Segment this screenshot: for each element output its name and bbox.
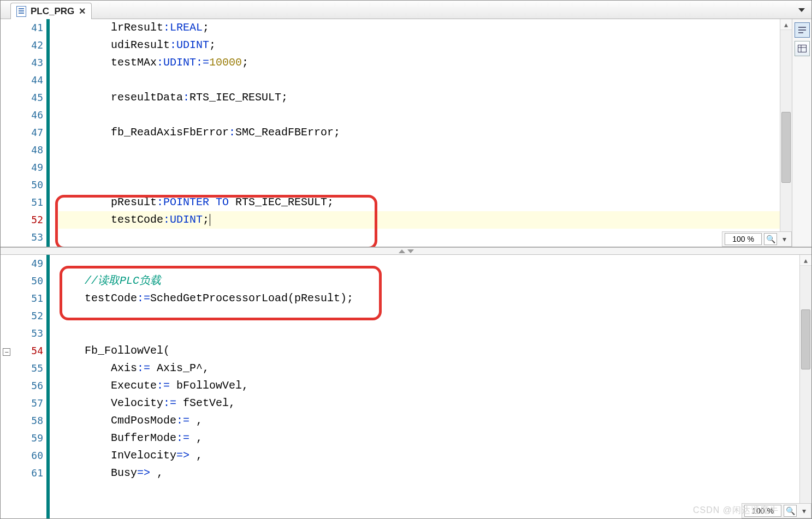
text-cursor <box>210 214 210 226</box>
zoom-search-icon[interactable]: 🔍 <box>784 505 797 517</box>
line-number[interactable]: 53 <box>14 325 43 342</box>
code-line[interactable]: //读取PLC负载 <box>58 272 799 290</box>
scroll-thumb[interactable] <box>801 309 810 369</box>
chevron-up-icon <box>399 249 405 253</box>
code-lines[interactable]: lrResult:LREAL; udiResult:UDINT; testMAx… <box>50 19 780 247</box>
line-number[interactable]: 60 <box>14 447 43 464</box>
code-lines[interactable]: //读取PLC负载 testCode:=SchedGetProcessorLoa… <box>50 255 799 518</box>
vertical-scrollbar[interactable]: ▴ ▾ <box>780 19 792 247</box>
scroll-track[interactable] <box>780 30 792 236</box>
zoom-control-top: 100 % 🔍 ▾ <box>722 231 792 247</box>
code-line[interactable] <box>58 176 780 194</box>
line-number[interactable]: 57 <box>14 395 43 412</box>
chevron-down-icon[interactable]: ▾ <box>799 506 809 515</box>
line-number[interactable]: 46 <box>14 106 43 124</box>
fold-column[interactable]: − <box>1 255 14 518</box>
text-view-button[interactable] <box>795 22 810 38</box>
code-line[interactable]: testMAx:UDINT:=10000; <box>58 54 780 71</box>
line-number[interactable]: 56 <box>14 377 43 395</box>
zoom-control-bottom: 100 % 🔍 ▾ <box>742 503 811 518</box>
code-line[interactable]: Velocity:= fSetVel, <box>58 395 799 412</box>
line-number[interactable]: 54 <box>14 342 43 360</box>
code-area-top[interactable]: 41424344454647484950515253 lrResult:LREA… <box>1 19 780 247</box>
table-view-button[interactable] <box>795 41 810 56</box>
code-line[interactable] <box>58 229 780 246</box>
line-number[interactable]: 49 <box>14 159 43 176</box>
line-number[interactable]: 48 <box>14 141 43 159</box>
tab-bar: PLC_PRG ✕ <box>1 1 811 19</box>
line-number[interactable]: 61 <box>14 464 43 482</box>
vertical-scrollbar[interactable]: ▴ ▾ <box>799 255 811 518</box>
code-line[interactable] <box>58 71 780 89</box>
line-number[interactable]: 42 <box>14 37 43 54</box>
line-number[interactable]: 50 <box>14 176 43 194</box>
chevron-down-icon <box>407 249 414 253</box>
scroll-up-icon[interactable]: ▴ <box>780 19 792 30</box>
line-number[interactable]: 51 <box>14 290 43 307</box>
close-icon[interactable]: ✕ <box>79 6 86 16</box>
svg-rect-3 <box>798 45 806 52</box>
code-line[interactable]: Execute:= bFollowVel, <box>58 377 799 395</box>
scroll-thumb[interactable] <box>781 112 791 183</box>
view-toolbar <box>792 19 811 247</box>
code-line[interactable]: testCode:=SchedGetProcessorLoad(pResult)… <box>58 290 799 307</box>
line-number[interactable]: 50 <box>14 272 43 290</box>
chevron-down-icon[interactable]: ▾ <box>779 235 789 243</box>
tab-plc-prg[interactable]: PLC_PRG ✕ <box>10 3 92 19</box>
line-number[interactable]: 49 <box>14 255 43 272</box>
zoom-search-icon[interactable]: 🔍 <box>764 233 777 245</box>
code-line[interactable]: lrResult:LREAL; <box>58 19 780 37</box>
table-icon <box>798 45 807 52</box>
document-icon <box>16 6 26 17</box>
code-line[interactable]: Fb_FollowVel( <box>58 342 799 360</box>
code-line[interactable]: InVelocity=> , <box>58 447 799 464</box>
code-line[interactable]: Busy=> , <box>58 464 799 482</box>
code-line[interactable]: reseultData:RTS_IEC_RESULT; <box>58 89 780 106</box>
line-number[interactable]: 51 <box>14 194 43 211</box>
tab-title: PLC_PRG <box>31 6 74 17</box>
line-number[interactable]: 52 <box>14 211 43 229</box>
code-line[interactable]: testCode:UDINT; <box>58 211 780 229</box>
zoom-value[interactable]: 100 % <box>744 505 781 517</box>
code-line[interactable] <box>58 255 799 272</box>
code-line[interactable]: fb_ReadAxisFbError:SMC_ReadFBError; <box>58 124 780 141</box>
code-line[interactable] <box>58 307 799 325</box>
line-number[interactable]: 53 <box>14 229 43 246</box>
fold-column[interactable] <box>1 19 14 247</box>
line-gutter[interactable]: 49505152535455565758596061 <box>14 255 46 518</box>
pane-splitter[interactable] <box>1 247 811 255</box>
line-number[interactable]: 52 <box>14 307 43 325</box>
split-editor: 41424344454647484950515253 lrResult:LREA… <box>1 19 811 518</box>
editor-bottom[interactable]: − 49505152535455565758596061 //读取PLC负载 t… <box>1 255 811 518</box>
code-line[interactable] <box>58 159 780 176</box>
app-window: PLC_PRG ✕ 41424344454647484950515253 lrR… <box>0 0 812 519</box>
editor-top[interactable]: 41424344454647484950515253 lrResult:LREA… <box>1 19 792 247</box>
code-line[interactable] <box>58 141 780 159</box>
code-line[interactable] <box>58 325 799 342</box>
line-number[interactable]: 45 <box>14 89 43 106</box>
code-line[interactable]: udiResult:UDINT; <box>58 37 780 54</box>
line-number[interactable]: 59 <box>14 429 43 447</box>
line-number[interactable]: 43 <box>14 54 43 71</box>
fold-toggle[interactable]: − <box>3 348 10 356</box>
zoom-value[interactable]: 100 % <box>725 233 762 245</box>
tab-overflow-button[interactable] <box>795 4 808 16</box>
line-number[interactable]: 55 <box>14 360 43 377</box>
code-line[interactable]: pResult:POINTER TO RTS_IEC_RESULT; <box>58 194 780 211</box>
line-number[interactable]: 58 <box>14 412 43 429</box>
line-number[interactable]: 41 <box>14 19 43 37</box>
code-line[interactable]: CmdPosMode:= , <box>58 412 799 429</box>
line-number[interactable]: 44 <box>14 71 43 89</box>
implementation-pane: − 49505152535455565758596061 //读取PLC负载 t… <box>1 255 811 518</box>
declaration-pane: 41424344454647484950515253 lrResult:LREA… <box>1 19 811 247</box>
line-number[interactable]: 47 <box>14 124 43 141</box>
list-lines-icon <box>798 26 807 34</box>
code-line[interactable]: Axis:= Axis_P^, <box>58 360 799 377</box>
code-area-bottom[interactable]: − 49505152535455565758596061 //读取PLC负载 t… <box>1 255 799 518</box>
scroll-track[interactable] <box>800 266 811 508</box>
code-line[interactable] <box>58 106 780 124</box>
line-gutter[interactable]: 41424344454647484950515253 <box>14 19 46 247</box>
chevron-down-icon <box>798 8 805 12</box>
scroll-up-icon[interactable]: ▴ <box>800 255 811 266</box>
code-line[interactable]: BufferMode:= , <box>58 429 799 447</box>
